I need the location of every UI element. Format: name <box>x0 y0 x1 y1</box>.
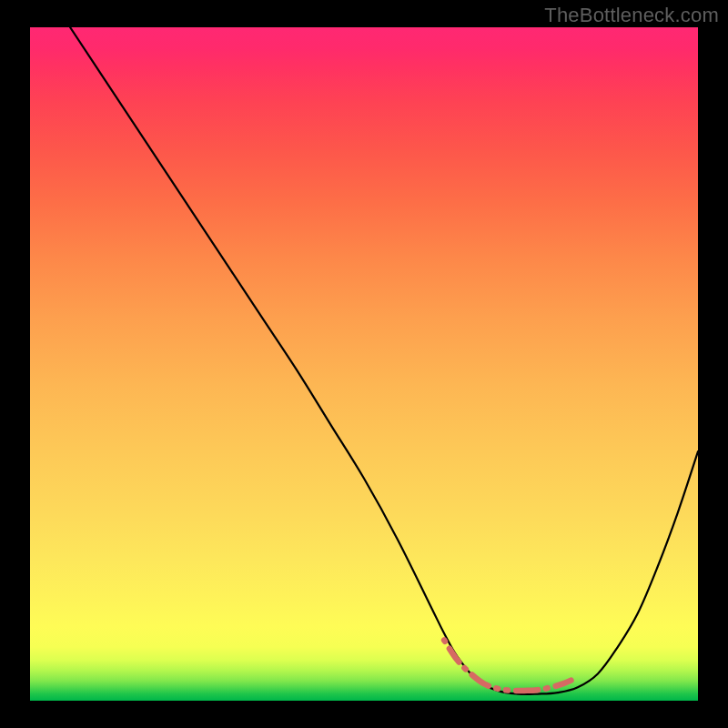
chart-frame: TheBottleneck.com <box>0 0 728 728</box>
optimal-band-marker <box>444 640 578 691</box>
curve-line <box>70 27 698 694</box>
plot-area <box>30 27 698 701</box>
watermark-text: TheBottleneck.com <box>544 4 719 27</box>
chart-overlay <box>30 27 698 701</box>
